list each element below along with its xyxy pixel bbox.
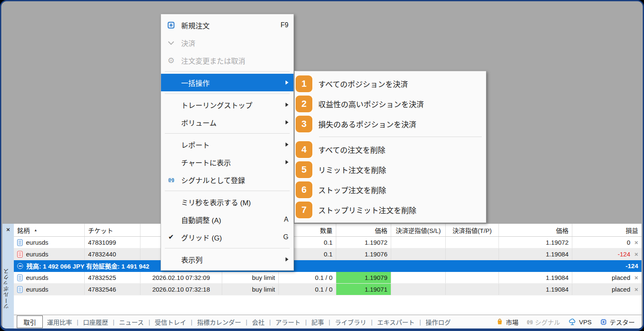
- menu-item-10[interactable]: チャートに表示: [161, 153, 293, 171]
- close-row-button[interactable]: ×: [634, 274, 638, 281]
- column-header-label: 損益: [626, 226, 638, 235]
- close-row-button[interactable]: ×: [634, 239, 638, 246]
- current-price-cell: 1.19084: [499, 284, 572, 295]
- current-price-cell-value: 1.19084: [546, 251, 569, 258]
- column-header-価格[interactable]: 価格: [336, 224, 391, 236]
- status-テスター[interactable]: テスター: [600, 318, 635, 326]
- tab-口座履歴[interactable]: 口座履歴: [79, 315, 112, 328]
- open-price-cell-value: 1.19076: [365, 251, 387, 258]
- tab-separator: |: [419, 318, 421, 326]
- menu-item-0[interactable]: 新規注文F9: [161, 16, 293, 34]
- new-order-icon-slot: [161, 22, 181, 28]
- table-row[interactable]: eurusds478310990.11.190721.190720×: [14, 237, 641, 248]
- vps-cloud-icon: [569, 318, 576, 326]
- column-header-損益[interactable]: 損益: [572, 224, 641, 236]
- tab-会社[interactable]: 会社: [248, 315, 269, 328]
- tab-取引[interactable]: 取引: [17, 315, 43, 328]
- tab-エキスパート[interactable]: エキスパート: [373, 315, 419, 328]
- column-header-label: 決済逆指値(S/L): [396, 226, 441, 235]
- menu-item-label: 自動調整 (A): [181, 215, 276, 225]
- menu-item-6[interactable]: トレーリングストップ: [161, 96, 293, 114]
- menu-item-2[interactable]: ⚙注文変更または取消: [161, 52, 293, 69]
- buy-position-icon: [17, 239, 23, 246]
- menu-item-17[interactable]: 表示列: [161, 251, 293, 268]
- current-price-cell: 1.19072: [499, 237, 572, 248]
- submenu-item-3[interactable]: 3損失のあるポジションを決済: [295, 114, 486, 134]
- submenu-item-label: 損失のあるポジションを決済: [318, 119, 416, 129]
- submenu-arrow-icon: [276, 103, 288, 107]
- menu-item-14[interactable]: 自動調整 (A)A: [161, 211, 293, 228]
- profit-value: placed: [612, 274, 630, 281]
- tab-指標カレンダー[interactable]: 指標カレンダー: [193, 315, 245, 328]
- tab-ライブラリ[interactable]: ライブラリ: [331, 315, 371, 328]
- tab-separator: |: [329, 318, 330, 326]
- time-cell-value: 2026.02.10 07:32:09: [152, 274, 210, 281]
- status-市場[interactable]: 市場: [496, 318, 518, 326]
- column-header-チケット[interactable]: チケット: [85, 224, 140, 236]
- menu-item-15[interactable]: ✔グリッド (G)G: [161, 228, 293, 246]
- open-price-cell: 1.19076: [336, 248, 391, 260]
- balance-text: 残高: 1 492 066 JPY 有効証拠金: 1 491 942: [26, 261, 149, 270]
- open-price-cell: 1.19072: [336, 237, 391, 248]
- volume-cell-value: 0.1 / 0: [315, 286, 332, 293]
- balance-row[interactable]: 残高: 1 492 066 JPY 有効証拠金: 1 491 942-124: [14, 260, 641, 272]
- tp-cell: [446, 248, 499, 260]
- gear-icon: ⚙: [167, 57, 174, 65]
- column-header-決済逆指値(S/L)[interactable]: 決済逆指値(S/L): [391, 224, 446, 236]
- table-row[interactable]: eurusds478324400.11.190761.19084-124×: [14, 248, 641, 260]
- submenu-item-2[interactable]: 2収益性の高いポジションを決済: [295, 94, 486, 114]
- menu-separator: [165, 191, 290, 191]
- submenu-item-6[interactable]: 6ストップ注文を削除: [295, 180, 486, 200]
- column-header-決済指値(T/P)[interactable]: 決済指値(T/P): [446, 224, 499, 236]
- symbol-label: eurusds: [26, 239, 48, 246]
- column-header-label: 数量: [320, 226, 332, 235]
- tab-受信トレイ[interactable]: 受信トレイ: [151, 315, 190, 328]
- close-row-button[interactable]: ×: [634, 251, 638, 257]
- balance-minus-icon: [17, 263, 23, 269]
- volume-cell: 0.1 / 0: [279, 272, 336, 283]
- toolbox-close-button[interactable]: ×: [3, 226, 14, 233]
- submenu-item-label: ストップリミット注文を削除: [318, 204, 416, 215]
- menu-item-label: ボリューム: [181, 117, 276, 128]
- tab-操作ログ[interactable]: 操作ログ: [421, 315, 455, 328]
- menu-item-13[interactable]: ミリ秒を表示する (M): [161, 193, 293, 211]
- order-type-cell-value: buy limit: [252, 286, 275, 293]
- tab-アラート[interactable]: アラート: [271, 315, 305, 328]
- tab-strip: 取引運用比率|口座履歴|ニュース|受信トレイ|指標カレンダー|会社|アラート|記…: [14, 315, 455, 328]
- toolbox-sidebar: × ツールボックス: [3, 224, 14, 328]
- status-VPS[interactable]: VPS: [569, 318, 592, 326]
- submenu-item-1[interactable]: 1すべてのポジションを決済: [295, 74, 486, 94]
- column-header-label: 価格: [556, 226, 569, 235]
- tab-ニュース[interactable]: ニュース: [115, 315, 148, 328]
- submenu-item-4[interactable]: 4すべての注文を削除: [295, 140, 486, 160]
- table-row[interactable]: eurusds478325462026.02.10 07:32:18buy li…: [14, 284, 641, 295]
- menu-item-label: 決済: [181, 38, 276, 48]
- submenu-item-7[interactable]: 7ストップリミット注文を削除: [295, 200, 486, 220]
- menu-item-label: チャートに表示: [181, 157, 276, 168]
- menu-item-7[interactable]: ボリューム: [161, 114, 293, 131]
- current-price-cell: 1.19084: [499, 272, 572, 283]
- tab-separator: |: [305, 318, 307, 326]
- column-header-価格[interactable]: 価格: [499, 224, 572, 236]
- open-price-cell: 1.19071: [336, 284, 391, 295]
- column-header-銘柄[interactable]: 銘柄▲: [14, 224, 85, 236]
- profit-cell: -124×: [572, 248, 641, 260]
- menu-item-1[interactable]: 決済: [161, 34, 293, 52]
- tab-記事[interactable]: 記事: [307, 315, 328, 328]
- volume-cell-value: 0.1: [324, 239, 332, 246]
- toolbox-tabbar: 取引運用比率|口座履歴|ニュース|受信トレイ|指標カレンダー|会社|アラート|記…: [14, 315, 641, 328]
- menu-item-9[interactable]: レポート: [161, 136, 293, 153]
- gear-icon-slot: ⚙: [161, 57, 181, 65]
- submenu-item-5[interactable]: 5リミット注文を削除: [295, 160, 486, 180]
- menu-item-4[interactable]: 一括操作: [161, 74, 293, 91]
- menu-item-11[interactable]: ((•))シグナルとして登録: [161, 171, 293, 189]
- tab-運用比率[interactable]: 運用比率: [43, 315, 76, 328]
- order-type-cell: buy limit: [222, 272, 279, 283]
- status-シグナル[interactable]: ((•))シグナル: [527, 318, 560, 326]
- close-row-button[interactable]: ×: [634, 286, 638, 292]
- table-row[interactable]: eurusds478325252026.02.10 07:32:09buy li…: [14, 272, 641, 284]
- signal-icon-slot: ((•)): [161, 177, 181, 182]
- submenu-separator: [319, 137, 482, 137]
- sl-cell: [391, 237, 446, 248]
- annotation-badge-1: 1: [296, 75, 312, 92]
